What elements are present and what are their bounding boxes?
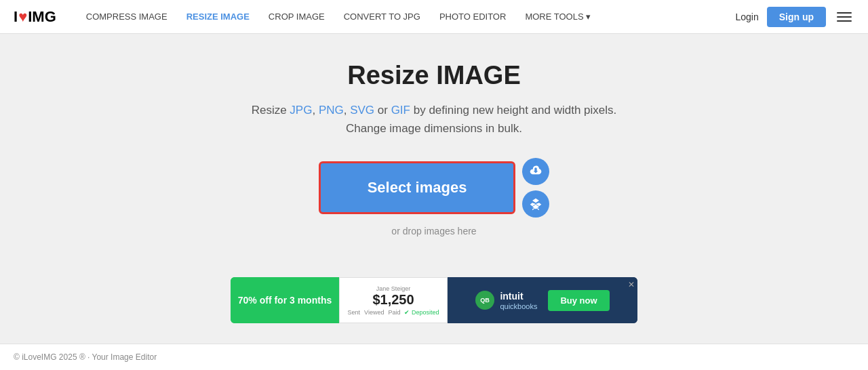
main-content: Resize IMAGE Resize JPG, PNG, SVG or GIF…	[0, 34, 868, 344]
logo-heart: ♥	[18, 8, 27, 26]
link-jpg[interactable]: JPG	[290, 104, 312, 117]
nav-crop-image[interactable]: CROP IMAGE	[259, 12, 334, 22]
ad-invoice-tabs: Sent Viewed Paid ✔ Deposited	[348, 309, 439, 316]
ad-buy-button[interactable]: Buy now	[548, 290, 609, 311]
nav-compress-image[interactable]: COMPRESS IMAGE	[77, 12, 177, 22]
logo-img: IMG	[28, 8, 56, 26]
hamburger-menu[interactable]	[834, 9, 854, 24]
select-images-button[interactable]: Select images	[319, 161, 515, 214]
header-actions: Login Sign up	[735, 7, 854, 27]
page-title: Resize IMAGE	[347, 61, 521, 90]
hamburger-line-2	[837, 16, 852, 18]
link-svg[interactable]: SVG	[350, 104, 374, 117]
ad-banner: 70% off for 3 months Jane Steiger $1,250…	[231, 277, 637, 323]
subtitle-line2: Change image dimensions in bulk.	[346, 122, 522, 135]
nav-convert-jpg[interactable]: CONVERT TO JPG	[334, 12, 430, 22]
ad-left-section: 70% off for 3 months	[231, 277, 339, 323]
ad-brand-logo: QB intuit quickbooks	[475, 291, 537, 310]
subtitle-prefix: Resize	[252, 104, 290, 117]
hamburger-line-1	[837, 12, 852, 14]
nav-photo-editor[interactable]: PHOTO EDITOR	[430, 12, 515, 22]
main-nav: COMPRESS IMAGE RESIZE IMAGE CROP IMAGE C…	[77, 12, 736, 22]
upload-cloud-icon	[529, 165, 542, 178]
tab-sent: Sent	[348, 309, 361, 316]
link-gif[interactable]: GIF	[391, 104, 410, 117]
logo-i: I	[14, 8, 18, 26]
tab-deposited: ✔ Deposited	[404, 309, 439, 316]
svg-text:QB: QB	[481, 297, 490, 304]
dropbox-icon	[529, 197, 542, 211]
google-drive-upload-button[interactable]	[522, 158, 549, 185]
site-header: I ♥ IMG COMPRESS IMAGE RESIZE IMAGE CROP…	[0, 0, 868, 34]
ad-user-name: Jane Steiger	[376, 285, 411, 292]
site-logo[interactable]: I ♥ IMG	[14, 8, 56, 26]
tab-viewed: Viewed	[364, 309, 384, 316]
dropbox-upload-button[interactable]	[522, 190, 549, 218]
nav-more-tools[interactable]: MORE TOOLS ▾	[515, 12, 600, 22]
ad-brand-text-area: intuit quickbooks	[500, 291, 537, 310]
hamburger-line-3	[837, 20, 852, 22]
subtitle: Resize JPG, PNG, SVG or GIF by defining …	[252, 101, 617, 138]
quickbooks-logo: QB	[475, 291, 494, 310]
link-png[interactable]: PNG	[319, 104, 344, 117]
ad-invoice-preview: Jane Steiger $1,250 Sent Viewed Paid ✔ D…	[339, 277, 448, 323]
tab-paid: Paid	[388, 309, 400, 316]
ad-amount: $1,250	[372, 292, 414, 308]
ad-brand-name: intuit	[500, 291, 537, 302]
signup-button[interactable]: Sign up	[767, 7, 826, 27]
ad-close-button[interactable]: ✕	[628, 280, 635, 289]
drop-hint: or drop images here	[391, 226, 476, 237]
ad-brand-product: quickbooks	[500, 302, 537, 310]
ad-right-section: QB intuit quickbooks Buy now	[448, 277, 637, 323]
upload-side-icons	[522, 158, 549, 218]
site-footer: © iLoveIMG 2025 ® · Your Image Editor	[0, 344, 868, 370]
ad-offer-text: 70% off for 3 months	[238, 294, 332, 306]
footer-text: © iLoveIMG 2025 ® · Your Image Editor	[14, 352, 157, 362]
qb-logo-icon: QB	[478, 293, 492, 307]
upload-area: Select images	[319, 158, 549, 218]
subtitle-suffix: by defining new height and width pixels.	[414, 104, 617, 117]
nav-resize-image[interactable]: RESIZE IMAGE	[177, 12, 259, 22]
login-button[interactable]: Login	[735, 12, 758, 22]
